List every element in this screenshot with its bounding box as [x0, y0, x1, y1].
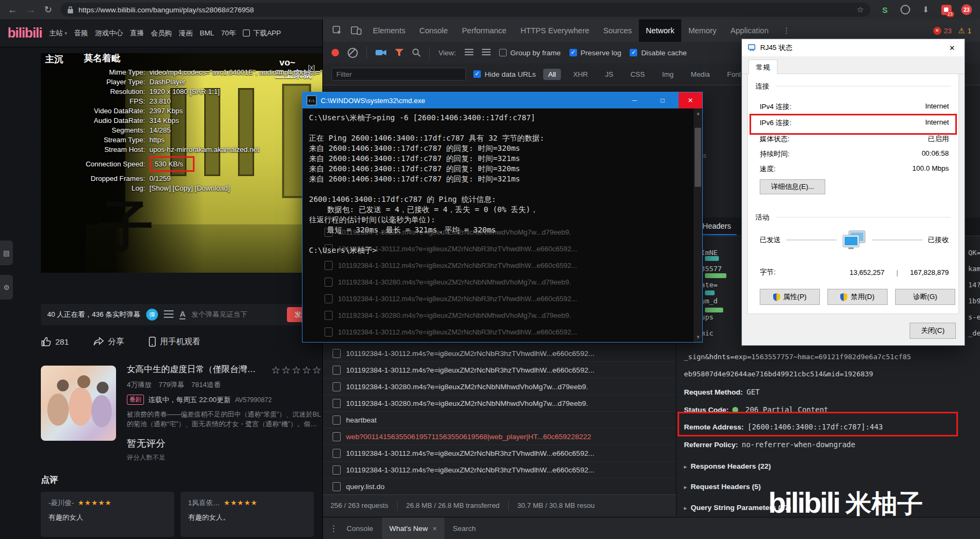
extension-s-icon[interactable]: S	[879, 4, 891, 16]
font-style-icon[interactable]: A	[179, 310, 185, 320]
hide-data-urls-option[interactable]: Hide data URLs	[473, 70, 536, 78]
tab-headers[interactable]: Headers	[697, 218, 737, 235]
network-request-row[interactable]: 101192384-1-30112.m4s?e=ig8euxZM2rNcNbR3…	[323, 362, 676, 378]
close-icon[interactable]: ×	[433, 525, 437, 533]
kebab-menu-icon[interactable]: ⋮	[329, 523, 338, 534]
extension-red-icon[interactable]: 23	[940, 4, 952, 16]
filter-input[interactable]: Filter	[332, 68, 466, 81]
group-by-frame-option[interactable]: Group by frame	[499, 49, 561, 57]
network-request-row[interactable]: 101192384-1-30112.m4s?e=ig8euxZM2rNcNbR3…	[323, 445, 676, 462]
dialog-titlebar[interactable]: RJ45 状态 ✕	[742, 39, 964, 56]
disable-cache-option[interactable]: Disable cache	[630, 49, 687, 57]
filter-pill-js[interactable]: JS	[600, 69, 618, 80]
network-request-row[interactable]: 101192384-1-30280.m4s?e=ig8euxZM2rNcNbNM…	[323, 378, 676, 395]
thumb-figure	[97, 382, 109, 394]
nav-item-main[interactable]: 主站▾	[49, 28, 67, 38]
filter-pill-media[interactable]: Media	[686, 69, 715, 80]
properties-button[interactable]: 属性(P)	[760, 289, 820, 305]
network-request-row[interactable]: 101192384-1-30280.m4s?e=ig8euxZM2rNcNbNM…	[323, 395, 676, 412]
watch-on-mobile-button[interactable]: 用手机观看	[149, 337, 200, 347]
forward-icon[interactable]: →	[26, 5, 35, 14]
network-request-row[interactable]: 101192384-1-30112.m4s?e=ig8euxZM2rNcNbR3…	[323, 345, 676, 362]
ipv4-row: IPv4 连接:Internet	[760, 102, 949, 112]
cover-thumbnail[interactable]	[41, 366, 116, 441]
filter-pill-css[interactable]: CSS	[625, 69, 650, 80]
danmaku-settings-icon[interactable]: 弹	[146, 309, 158, 321]
nav-item-bml[interactable]: BML	[200, 29, 214, 37]
dialog-close-button[interactable]: 关闭(C)	[910, 323, 956, 339]
drawer-tab-console[interactable]: Console	[347, 525, 373, 533]
close-button[interactable]: ✕	[679, 92, 702, 108]
share-button[interactable]: 分享	[93, 337, 124, 347]
scrollbar-thumb[interactable]	[695, 128, 701, 187]
nav-item-shop[interactable]: 会员购	[151, 28, 172, 38]
review-card[interactable]: 1风喜依…★★★★★ 有趣的女人。	[181, 492, 314, 537]
address-bar[interactable]: https://www.bilibili.com/bangumi/play/ss…	[61, 3, 870, 17]
view-large-icon[interactable]	[482, 49, 491, 56]
filter-pill-img[interactable]: Img	[657, 69, 679, 80]
drawer-tab-whats-new[interactable]: What's New ×	[382, 518, 444, 539]
nav-item-game[interactable]: 游戏中心	[95, 28, 123, 38]
media-title[interactable]: 女高中生的虚度日常（僅限台灣…	[127, 364, 256, 375]
extension-count-icon[interactable]: 23	[961, 4, 972, 16]
tab-network[interactable]: Network	[639, 19, 681, 42]
reload-icon[interactable]: ↻	[44, 5, 52, 14]
rj45-status-dialog[interactable]: RJ45 状态 ✕ 常规 连接 IPv4 连接:Internet IPv6 连接…	[741, 39, 965, 346]
error-icon[interactable]: ✕	[933, 27, 941, 35]
nav-item-download-app[interactable]: 下载APP	[243, 28, 281, 38]
tab-performance[interactable]: Performance	[455, 19, 514, 42]
bilibili-logo[interactable]: bilibili	[8, 25, 42, 41]
extension-ring-icon[interactable]	[899, 4, 911, 16]
drawer-tab-search[interactable]: Search	[453, 525, 476, 533]
record-button[interactable]	[332, 49, 339, 56]
tab-console[interactable]: Console	[412, 19, 455, 42]
cmd-scrollbar[interactable]: ▲ ▼	[694, 108, 702, 342]
request-headers-section[interactable]: ▸Request Headers (5)	[684, 483, 761, 491]
device-toolbar-icon[interactable]	[351, 26, 362, 35]
side-widget-settings[interactable]: ⚙	[0, 275, 13, 300]
view-list-icon[interactable]	[465, 49, 473, 56]
response-headers-section[interactable]: ▸Response Headers (22)	[684, 462, 771, 470]
maximize-button[interactable]: □	[651, 92, 674, 108]
network-request-row[interactable]: query.list.do	[323, 478, 676, 495]
tab-https-everywhere[interactable]: HTTPS Everywhere	[514, 19, 596, 42]
danmaku-list-icon[interactable]	[164, 310, 174, 319]
filmstrip-icon[interactable]	[376, 48, 386, 57]
preserve-log-option[interactable]: Preserve log	[570, 49, 622, 57]
scroll-down-icon[interactable]: ▼	[696, 334, 701, 340]
tab-sources[interactable]: Sources	[596, 19, 639, 42]
filter-icon[interactable]	[395, 49, 403, 56]
nav-item-manga[interactable]: 漫画	[179, 28, 193, 38]
network-request-row[interactable]: web?0011415635506195711563550619568|web_…	[323, 428, 676, 445]
nav-item-70[interactable]: 70年	[221, 28, 235, 38]
minimize-button[interactable]: ─	[623, 92, 646, 108]
filter-pill-xhr[interactable]: XHR	[568, 69, 593, 80]
inspect-icon[interactable]	[333, 26, 342, 35]
tab-elements[interactable]: Elements	[366, 19, 412, 42]
like-button[interactable]: 281	[41, 337, 69, 346]
tab-general[interactable]: 常规	[748, 60, 777, 76]
danmaku-input[interactable]: 发个弹幕见证当下	[191, 310, 247, 319]
back-icon[interactable]: ←	[8, 5, 17, 14]
review-card[interactable]: -菱川俊-★★★★★ 有趣的女人	[41, 492, 174, 537]
diagnose-button[interactable]: 诊断(G)	[895, 289, 955, 305]
network-request-row[interactable]: 101192384-1-30112.m4s?e=ig8euxZM2rNcNbR3…	[323, 462, 676, 478]
side-widget-grid[interactable]: ▤	[0, 241, 13, 265]
filter-pill-all[interactable]: All	[543, 69, 560, 80]
bookmark-icon[interactable]: ☆	[857, 5, 864, 14]
network-request-row[interactable]: heartbeat	[323, 412, 676, 428]
cmd-titlebar[interactable]: C:\ C:\WINDOWS\system32\cmd.exe ─ □ ✕	[302, 92, 702, 108]
warning-icon[interactable]: ⚠	[958, 26, 965, 35]
extension-download-icon[interactable]: ⬇	[920, 4, 932, 16]
video-player[interactable]: 主沉 莫名着毗 vo~ 三上家就 [x] 子 Mime Type:video/m…	[41, 53, 322, 273]
details-button[interactable]: 详细信息(E)...	[760, 179, 825, 194]
clear-icon[interactable]	[348, 48, 358, 58]
close-button[interactable]: ✕	[940, 39, 964, 56]
disable-button[interactable]: 禁用(D)	[827, 289, 888, 305]
nav-item-audio[interactable]: 音频	[74, 28, 88, 38]
nav-item-live[interactable]: 直播	[130, 28, 144, 38]
scroll-up-icon[interactable]: ▲	[696, 111, 701, 116]
tab-memory[interactable]: Memory	[681, 19, 723, 42]
search-icon[interactable]	[412, 48, 421, 57]
rating-stars[interactable]: ☆☆☆☆☆	[271, 364, 322, 376]
